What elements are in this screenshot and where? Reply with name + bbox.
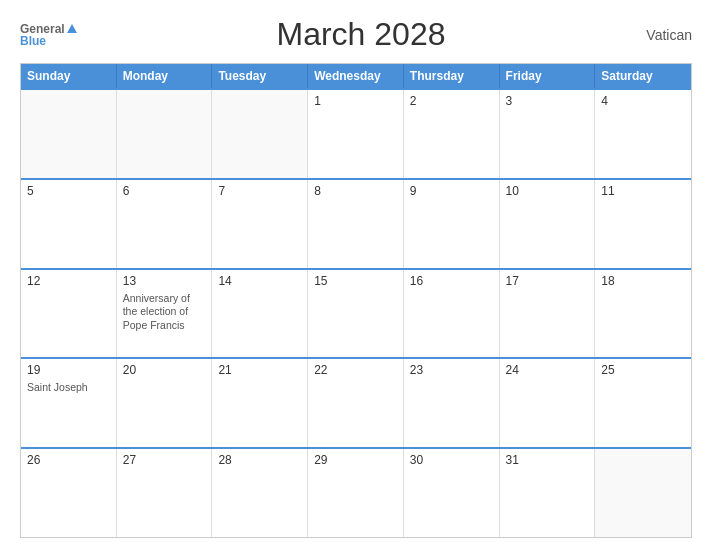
week-2: 567891011 bbox=[21, 178, 691, 268]
page-header: General Blue March 2028 Vatican bbox=[20, 16, 692, 53]
day-cell bbox=[212, 90, 308, 178]
country-label: Vatican bbox=[632, 27, 692, 43]
day-event: Anniversary of the election of Pope Fran… bbox=[123, 292, 206, 333]
day-cell: 6 bbox=[117, 180, 213, 268]
day-cell: 29 bbox=[308, 449, 404, 537]
day-number: 14 bbox=[218, 274, 301, 288]
day-number: 13 bbox=[123, 274, 206, 288]
day-cell: 26 bbox=[21, 449, 117, 537]
day-cell: 3 bbox=[500, 90, 596, 178]
day-number: 20 bbox=[123, 363, 206, 377]
day-cell: 9 bbox=[404, 180, 500, 268]
day-cell bbox=[117, 90, 213, 178]
day-cell: 31 bbox=[500, 449, 596, 537]
day-cell: 23 bbox=[404, 359, 500, 447]
week-4: 19Saint Joseph202122232425 bbox=[21, 357, 691, 447]
logo: General Blue bbox=[20, 23, 90, 47]
day-number: 26 bbox=[27, 453, 110, 467]
day-cell: 30 bbox=[404, 449, 500, 537]
day-number: 28 bbox=[218, 453, 301, 467]
day-cell: 11 bbox=[595, 180, 691, 268]
day-number: 23 bbox=[410, 363, 493, 377]
page-title: March 2028 bbox=[90, 16, 632, 53]
day-cell: 8 bbox=[308, 180, 404, 268]
day-cell bbox=[595, 449, 691, 537]
day-cell: 10 bbox=[500, 180, 596, 268]
day-cell: 19Saint Joseph bbox=[21, 359, 117, 447]
col-sunday: Sunday bbox=[21, 64, 117, 88]
day-number: 25 bbox=[601, 363, 685, 377]
day-cell: 27 bbox=[117, 449, 213, 537]
calendar-header: Sunday Monday Tuesday Wednesday Thursday… bbox=[21, 64, 691, 88]
col-wednesday: Wednesday bbox=[308, 64, 404, 88]
day-number: 8 bbox=[314, 184, 397, 198]
day-cell: 12 bbox=[21, 270, 117, 358]
day-number: 12 bbox=[27, 274, 110, 288]
col-monday: Monday bbox=[117, 64, 213, 88]
day-cell: 20 bbox=[117, 359, 213, 447]
day-event: Saint Joseph bbox=[27, 381, 110, 395]
day-number: 5 bbox=[27, 184, 110, 198]
day-cell: 4 bbox=[595, 90, 691, 178]
day-number: 2 bbox=[410, 94, 493, 108]
logo-top-row: General bbox=[20, 23, 77, 35]
day-number: 3 bbox=[506, 94, 589, 108]
day-cell: 2 bbox=[404, 90, 500, 178]
col-tuesday: Tuesday bbox=[212, 64, 308, 88]
col-thursday: Thursday bbox=[404, 64, 500, 88]
day-number: 11 bbox=[601, 184, 685, 198]
col-friday: Friday bbox=[500, 64, 596, 88]
day-number: 16 bbox=[410, 274, 493, 288]
day-number: 22 bbox=[314, 363, 397, 377]
day-number: 18 bbox=[601, 274, 685, 288]
day-cell: 25 bbox=[595, 359, 691, 447]
col-saturday: Saturday bbox=[595, 64, 691, 88]
day-number: 4 bbox=[601, 94, 685, 108]
day-cell bbox=[21, 90, 117, 178]
day-number: 29 bbox=[314, 453, 397, 467]
day-number: 6 bbox=[123, 184, 206, 198]
day-number: 9 bbox=[410, 184, 493, 198]
day-number: 31 bbox=[506, 453, 589, 467]
calendar-body: 12345678910111213Anniversary of the elec… bbox=[21, 88, 691, 537]
day-cell: 24 bbox=[500, 359, 596, 447]
calendar-page: General Blue March 2028 Vatican Sunday M… bbox=[0, 0, 712, 550]
week-5: 262728293031 bbox=[21, 447, 691, 537]
day-cell: 22 bbox=[308, 359, 404, 447]
day-cell: 13Anniversary of the election of Pope Fr… bbox=[117, 270, 213, 358]
day-number: 19 bbox=[27, 363, 110, 377]
day-number: 15 bbox=[314, 274, 397, 288]
day-cell: 14 bbox=[212, 270, 308, 358]
week-1: 1234 bbox=[21, 88, 691, 178]
day-cell: 15 bbox=[308, 270, 404, 358]
day-number: 17 bbox=[506, 274, 589, 288]
day-cell: 21 bbox=[212, 359, 308, 447]
week-3: 1213Anniversary of the election of Pope … bbox=[21, 268, 691, 358]
logo-triangle-icon bbox=[67, 24, 77, 33]
day-number: 27 bbox=[123, 453, 206, 467]
day-number: 1 bbox=[314, 94, 397, 108]
day-number: 21 bbox=[218, 363, 301, 377]
day-cell: 16 bbox=[404, 270, 500, 358]
day-cell: 28 bbox=[212, 449, 308, 537]
day-cell: 1 bbox=[308, 90, 404, 178]
day-cell: 5 bbox=[21, 180, 117, 268]
day-number: 24 bbox=[506, 363, 589, 377]
day-cell: 18 bbox=[595, 270, 691, 358]
logo-blue-text: Blue bbox=[20, 35, 46, 47]
day-cell: 17 bbox=[500, 270, 596, 358]
calendar-grid: Sunday Monday Tuesday Wednesday Thursday… bbox=[20, 63, 692, 538]
day-number: 7 bbox=[218, 184, 301, 198]
day-number: 10 bbox=[506, 184, 589, 198]
day-number: 30 bbox=[410, 453, 493, 467]
day-cell: 7 bbox=[212, 180, 308, 268]
logo-general-text: General bbox=[20, 23, 65, 35]
